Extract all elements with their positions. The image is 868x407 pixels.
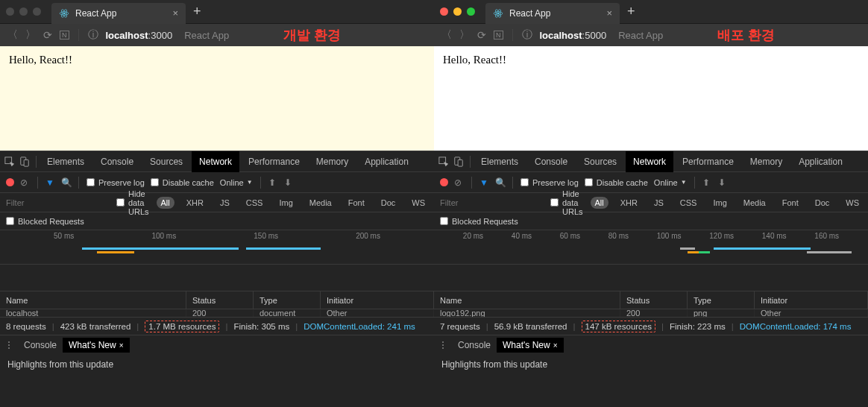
drawer-menu-icon[interactable]: ⋯ [438,341,448,350]
extension-icon[interactable]: N [60,31,69,40]
reload-icon[interactable]: ⟳ [477,29,486,41]
col-type[interactable]: Type [688,291,755,309]
col-initiator[interactable]: Initiator [755,291,868,309]
col-name[interactable]: Name [0,291,186,309]
drawer-whatsnew[interactable]: What's New× [63,338,129,353]
close-window-button[interactable] [6,7,14,16]
extension-icon[interactable]: N [494,31,503,40]
upload-icon[interactable]: ⬆ [268,177,278,187]
back-icon[interactable]: 〈 [441,28,452,42]
timeline[interactable]: 20 ms 40 ms 60 ms 80 ms 100 ms 120 ms 14… [434,230,868,265]
col-status[interactable]: Status [620,291,688,309]
blocked-requests-checkbox[interactable]: Blocked Requests [440,217,518,226]
preserve-log-checkbox[interactable]: Preserve log [87,178,145,187]
upload-icon[interactable]: ⬆ [702,177,712,187]
pill-media[interactable]: Media [305,197,336,209]
new-tab-button[interactable]: + [193,4,201,19]
throttle-select[interactable]: Online ▼ [654,178,687,187]
tab-elements[interactable]: Elements [474,151,526,172]
back-icon[interactable]: 〈 [7,28,18,42]
pill-doc[interactable]: Doc [811,197,834,209]
table-row[interactable]: logo192.png 200 png Other [434,309,868,317]
drawer-menu-icon[interactable]: ⋯ [4,341,14,350]
table-row[interactable]: localhost 200 document Other [0,309,434,317]
tab-console[interactable]: Console [527,151,575,172]
tab-performance[interactable]: Performance [675,151,741,172]
url-text[interactable]: localhost:5000 [540,30,607,41]
url-text[interactable]: localhost:3000 [106,30,173,41]
pill-doc[interactable]: Doc [377,197,400,209]
tab-memory[interactable]: Memory [743,151,790,172]
pill-img[interactable]: Img [274,197,297,209]
pill-ws[interactable]: WS [841,197,864,209]
inspect-icon[interactable] [438,157,449,167]
minimize-window-button[interactable] [453,7,462,16]
pill-css[interactable]: CSS [676,197,702,209]
site-info-icon[interactable]: ⓘ [88,28,98,42]
inspect-icon[interactable] [4,157,15,167]
browser-tab[interactable]: React App × [51,3,186,24]
record-button[interactable] [6,178,14,186]
drawer-console[interactable]: Console [452,338,497,353]
tab-application[interactable]: Application [791,151,850,172]
tab-network[interactable]: Network [192,151,239,172]
forward-icon[interactable]: 〉 [25,28,36,42]
tab-sources[interactable]: Sources [142,151,190,172]
search-icon[interactable]: 🔍 [495,177,505,187]
filter-input[interactable] [440,198,543,207]
pill-media[interactable]: Media [739,197,770,209]
download-icon[interactable]: ⬇ [718,177,728,187]
tab-memory[interactable]: Memory [309,151,356,172]
pill-xhr[interactable]: XHR [182,197,208,209]
col-type[interactable]: Type [254,291,321,309]
tab-performance[interactable]: Performance [241,151,307,172]
forward-icon[interactable]: 〉 [459,28,470,42]
close-icon[interactable]: × [553,341,558,350]
drawer-console[interactable]: Console [18,338,63,353]
pill-css[interactable]: CSS [242,197,268,209]
col-name[interactable]: Name [434,291,620,309]
close-window-button[interactable] [440,7,448,16]
disable-cache-checkbox[interactable]: Disable cache [585,178,648,187]
pill-all[interactable]: All [157,197,174,209]
throttle-select[interactable]: Online ▼ [220,178,253,187]
record-button[interactable] [440,178,448,186]
pill-font[interactable]: Font [778,197,803,209]
filter-icon[interactable]: ▼ [45,177,55,187]
tab-application[interactable]: Application [357,151,416,172]
tab-console[interactable]: Console [93,151,141,172]
tab-elements[interactable]: Elements [40,151,92,172]
close-tab-icon[interactable]: × [606,7,612,19]
disable-cache-checkbox[interactable]: Disable cache [151,178,214,187]
download-icon[interactable]: ⬇ [284,177,294,187]
minimize-window-button[interactable] [19,7,28,16]
pill-img[interactable]: Img [708,197,731,209]
reload-icon[interactable]: ⟳ [43,29,52,41]
pill-xhr[interactable]: XHR [616,197,642,209]
timeline[interactable]: 50 ms 100 ms 150 ms 200 ms [0,230,434,265]
maximize-window-button[interactable] [467,7,475,16]
search-icon[interactable]: 🔍 [61,177,71,187]
browser-tab[interactable]: React App × [485,3,620,24]
blocked-requests-checkbox[interactable]: Blocked Requests [6,217,84,226]
maximize-window-button[interactable] [33,7,41,16]
drawer-whatsnew[interactable]: What's New× [497,338,563,353]
close-tab-icon[interactable]: × [172,7,178,19]
device-icon[interactable] [19,157,30,167]
clear-icon[interactable]: ⊘ [20,177,30,187]
pill-all[interactable]: All [591,197,608,209]
site-info-icon[interactable]: ⓘ [522,28,532,42]
filter-icon[interactable]: ▼ [479,177,489,187]
preserve-log-checkbox[interactable]: Preserve log [521,178,579,187]
pill-ws[interactable]: WS [407,197,430,209]
close-icon[interactable]: × [119,341,124,350]
tab-sources[interactable]: Sources [576,151,624,172]
device-icon[interactable] [453,157,464,167]
filter-input[interactable] [6,198,109,207]
pill-js[interactable]: JS [216,197,234,209]
tab-network[interactable]: Network [626,151,673,172]
pill-js[interactable]: JS [650,197,668,209]
col-status[interactable]: Status [186,291,254,309]
pill-font[interactable]: Font [344,197,369,209]
clear-icon[interactable]: ⊘ [454,177,464,187]
